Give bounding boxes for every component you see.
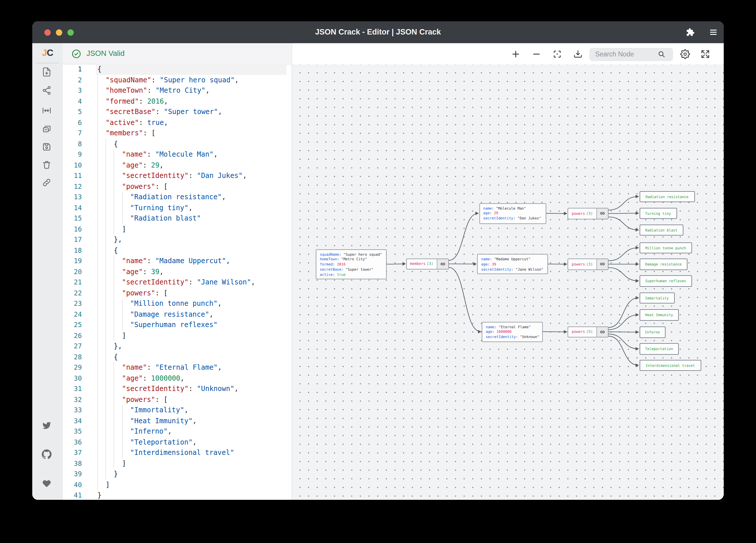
sidebar-divider [36,63,59,63]
graph-node-l4[interactable]: Million tonne punch [639,242,692,254]
graph-node-members[interactable]: members(3) [406,259,449,269]
json-editor-panel: JSON Valid 1{2"squadName": "Super hero s… [63,43,292,500]
zoom-in-icon[interactable] [511,49,521,59]
graph-node-m2[interactable]: name: "Madame Uppercut"age: 39secretIden… [477,254,548,274]
expand-link-icon[interactable] [596,327,608,337]
line-number: 11 [63,171,82,181]
fullscreen-icon[interactable] [700,50,710,59]
graph-node-l5[interactable]: Damage resistance [639,259,687,270]
expand-link-icon[interactable] [596,209,608,219]
graph-node-l7[interactable]: Immortality [639,292,674,303]
line-number: 25 [63,319,82,330]
code-line: 8{ [63,139,292,149]
code-line: 3"homeTown": "Metro City", [63,85,292,96]
line-number: 2 [63,75,82,85]
line-number: 8 [63,139,82,149]
line-number: 34 [63,415,82,426]
line-number: 22 [63,287,82,298]
code-line: 34"Heat Immunity", [63,415,292,426]
line-number: 12 [63,181,82,192]
graph-node-l2[interactable]: Turning tiny [639,208,677,219]
line-number: 24 [63,309,82,319]
line-number: 31 [63,383,82,394]
code-line: 22"powers": [ [63,287,292,298]
graph-node-l9[interactable]: Inferno [639,326,665,338]
graph-node-l1[interactable]: Radiation resistance [639,191,695,202]
line-number: 1 [63,64,82,75]
expand-link-icon[interactable] [436,259,448,269]
github-icon[interactable] [41,449,51,459]
code-line: 40] [63,479,292,490]
expand-link-icon[interactable] [596,259,608,269]
code-line: 20"age": 39, [63,266,292,277]
share-link-icon[interactable] [41,177,51,187]
code-line: 28{ [63,351,292,362]
twitter-icon[interactable] [42,421,51,430]
line-number: 4 [63,96,82,107]
code-lines[interactable]: 1{2"squadName": "Super hero squad",3"hom… [63,64,292,500]
code-line: 7"members": [ [63,128,292,139]
check-circle-icon [71,49,81,58]
settings-gear-icon[interactable] [680,49,690,59]
app-window: JSON Crack - Editor | JSON Crack JC [32,21,724,500]
graph-node-l3[interactable]: Radiation blast [639,224,683,236]
graph-node-l10[interactable]: Teleportation [639,343,679,354]
code-line: 33"Immortality", [63,405,292,415]
line-number: 23 [63,298,82,309]
new-file-icon[interactable] [41,67,51,77]
graph-node-p1[interactable]: powers(3) [568,208,608,219]
code-line: 30"age": 1000000, [63,373,292,383]
code-line: 26] [63,330,292,341]
line-number: 32 [63,394,82,405]
menu-icon[interactable] [709,28,717,37]
line-number: 36 [63,437,82,447]
code-line: 5"secretBase": "Super tower", [63,107,292,117]
code-line: 2"squadName": "Super hero squad", [63,75,292,85]
line-number: 14 [63,203,82,213]
code-line: 38] [63,458,292,469]
graph-node-l6[interactable]: Superhuman reflexes [639,275,692,286]
graph-node-root[interactable]: squadName: "Super hero squad"homeTown: "… [316,249,387,279]
code-line: 35"Inferno", [63,426,292,437]
graph-node-l11[interactable]: Interdimensional travel [639,359,701,371]
line-number: 7 [63,128,82,139]
delete-icon[interactable] [41,160,51,170]
line-number: 10 [63,160,82,171]
graph-node-m3[interactable]: name: "Eternal Flame"age: 1000000secretI… [482,321,543,342]
line-number: 40 [63,479,82,490]
code-line: 31"secretIdentity": "Unknown", [63,383,292,394]
line-number: 37 [63,447,82,458]
extension-icon[interactable] [686,28,694,37]
copy-icon[interactable] [41,124,51,134]
graph-node-p3[interactable]: powers(5) [568,326,608,337]
code-line: 18{ [63,245,292,256]
graph-node-l8[interactable]: Heat Immunity [639,309,679,320]
window-title: JSON Crack - Editor | JSON Crack [32,21,724,43]
search-node-input[interactable] [589,48,673,61]
code-line: 32"powers": [ [63,394,292,405]
line-number: 20 [63,266,82,277]
line-number: 27 [63,341,82,351]
line-number: 16 [63,224,82,235]
line-number: 18 [63,245,82,256]
graph-view-icon[interactable] [41,86,51,95]
code-line: 24"Damage resistance", [63,309,292,319]
focus-icon[interactable] [553,50,562,59]
save-icon[interactable] [41,142,51,152]
validation-status: JSON Valid [86,43,124,64]
sponsor-heart-icon[interactable] [42,479,51,488]
line-number: 38 [63,458,82,469]
code-line: 21"secretIdentity": "Jane Wilson", [63,277,292,287]
graph-node-p2[interactable]: powers(3) [568,259,608,270]
download-icon[interactable] [573,50,583,59]
graph-node-m1[interactable]: name: "Molecule Man"age: 29secretIdentit… [479,203,546,224]
graph-canvas[interactable]: squadName: "Super hero squad"homeTown: "… [292,65,724,500]
zoom-out-icon[interactable] [532,49,541,59]
code-line: 29"name": "Eternal Flame", [63,362,292,373]
app-logo[interactable]: JC [32,48,63,58]
fold-horizontal-icon[interactable] [41,105,51,115]
graph-panel: squadName: "Super hero squad"homeTown: "… [292,43,724,500]
code-line: 37"Interdimensional travel" [63,447,292,458]
graph-toolbar [292,43,724,65]
line-number: 28 [63,351,82,362]
